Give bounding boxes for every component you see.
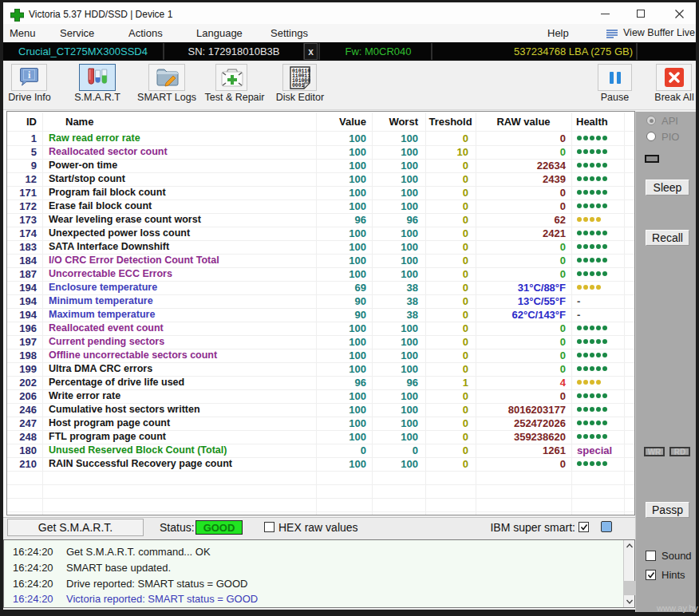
- svg-text:0001: 0001: [292, 83, 305, 89]
